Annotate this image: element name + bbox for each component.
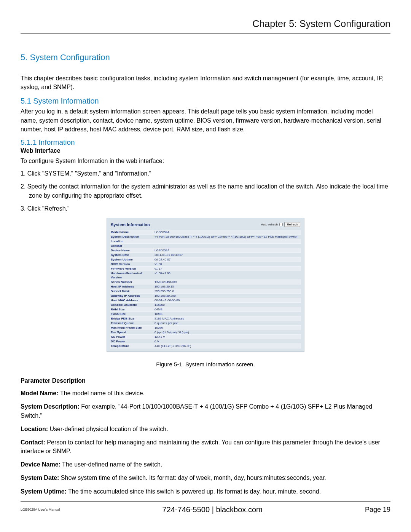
info-label: BIOS Version xyxy=(110,262,154,266)
parameter-item: System Uptime: The time accumulated sinc… xyxy=(21,487,390,496)
parameter-description: The time accumulated since this switch i… xyxy=(67,488,321,495)
info-value: 0d 02:40:07 xyxy=(154,257,301,262)
info-label: Console Baudrate xyxy=(110,303,154,307)
figure-caption: Figure 5-1. System Information screen. xyxy=(21,361,390,367)
parameter-item: Device Name: The user-defined name of th… xyxy=(21,460,390,469)
info-row: Hardware-Mechanical Versionv1.00-v1.00 xyxy=(110,271,301,280)
footer-separator: | xyxy=(210,505,216,514)
step-3: 3. Click "Refresh." xyxy=(21,204,390,213)
system-information-figure: System Information Auto-refresh Refresh … xyxy=(107,218,304,352)
info-row: Console Baudrate115200 xyxy=(110,303,301,307)
info-label: Host IP Address xyxy=(110,284,154,289)
footer-site: blackbox.com xyxy=(216,505,262,514)
info-row: Firmware Versionv1.17 xyxy=(110,267,301,271)
info-value: 2011-01-01 02:40:07 xyxy=(154,253,301,257)
info-row: Series NumberTIM0123456789 xyxy=(110,280,301,284)
info-row: Flash Size16MB xyxy=(110,312,301,316)
parameter-name: Contact: xyxy=(21,439,45,446)
info-label: Firmware Version xyxy=(110,267,154,271)
parameter-item: Model Name: The model name of this devic… xyxy=(21,389,390,398)
parameter-description: Person to contact for help managing and … xyxy=(21,439,380,454)
section-heading-5: 5. System Configuration xyxy=(21,53,390,62)
parameter-name: Model Name: xyxy=(21,390,59,396)
parameter-name: System Date: xyxy=(21,474,59,481)
info-label: Temperature xyxy=(110,344,154,348)
section-heading-5-1: 5.1 System Information xyxy=(21,97,390,105)
parameter-description: User-defined physical location of the sw… xyxy=(48,426,168,432)
info-label: Hardware-Mechanical Version xyxy=(110,271,154,280)
info-row: Location xyxy=(110,239,301,244)
parameter-item: Contact: Person to contact for help mana… xyxy=(21,438,390,455)
parameter-name: Device Name: xyxy=(21,461,61,468)
footer-page-number: Page 19 xyxy=(365,506,390,514)
section-5-1-paragraph: After you log in, a default system infor… xyxy=(21,107,390,134)
info-label: Model Name xyxy=(110,230,154,234)
info-row: DC Power0 V xyxy=(110,339,301,344)
parameter-name: System Description: xyxy=(21,403,80,410)
info-label: System Uptime xyxy=(110,257,154,262)
info-value: 64MB xyxy=(154,307,301,312)
info-value: 00-01-c1-00-00-00 xyxy=(154,298,301,302)
info-row: System Description44-Port 10/100/1000Bas… xyxy=(110,235,301,239)
info-value: 192.168.20.250 xyxy=(154,294,301,298)
footer-manual-name: LGB5028A User's Manual xyxy=(21,508,60,511)
info-row: Gateway IP Address192.168.20.250 xyxy=(110,294,301,298)
info-value: 8192 MAC Addresses xyxy=(154,316,301,321)
info-label: Maximum Frame Size xyxy=(110,326,154,330)
section-heading-5-1-1: 5.1.1 Information xyxy=(21,138,390,147)
info-value: 44-Port 10/100/1000Base-T + 4 (100/1G) S… xyxy=(154,235,301,239)
info-label: Contact xyxy=(110,244,154,248)
info-row: BIOS Versionv1.00 xyxy=(110,262,301,267)
info-label: System Date xyxy=(110,253,154,257)
info-row: Subnet Mask255.255.255.0 xyxy=(110,289,301,294)
info-label: Transmit Queue xyxy=(110,321,154,325)
info-value: 115200 xyxy=(154,303,301,307)
info-label: Bridge FDB Size xyxy=(110,316,154,321)
web-interface-heading: Web Interface xyxy=(21,147,390,154)
info-label: Location xyxy=(110,239,154,243)
info-value: 0 V xyxy=(154,339,301,343)
step-2: 2. Specify the contact information for t… xyxy=(21,182,390,200)
info-row: Temperature44C (111.2F) / 36C (96.8F) xyxy=(110,344,301,348)
info-value: 255.255.255.0 xyxy=(154,289,301,293)
info-value xyxy=(154,239,301,243)
info-row: Host MAC Address00-01-c1-00-00-00 xyxy=(110,298,301,303)
footer-contact: 724-746-5500 | blackbox.com xyxy=(60,505,365,514)
parameter-name: System Uptime: xyxy=(21,488,67,495)
intro-paragraph: This chapter describes basic configurati… xyxy=(21,74,390,91)
parameter-description: The user-defined name of the switch. xyxy=(61,461,162,468)
info-label: RAM Size xyxy=(110,307,154,312)
info-value: 12.41 V xyxy=(154,335,301,339)
info-row: AC Power12.41 V xyxy=(110,335,301,339)
info-label: System Description xyxy=(110,235,154,239)
info-label: DC Power xyxy=(110,339,154,343)
info-label: Series Number xyxy=(110,280,154,284)
info-value: 0 (rpm) / 0 (rpm) / 0 (rpm) xyxy=(154,330,301,334)
parameter-item: Location: User-defined physical location… xyxy=(21,425,390,433)
info-label: Subnet Mask xyxy=(110,289,154,293)
info-label: Gateway IP Address xyxy=(110,294,154,298)
info-value: 44C (111.2F) / 36C (96.8F) xyxy=(154,344,301,348)
info-label: Flash Size xyxy=(110,312,154,316)
info-row: Maximum Frame Size10056 xyxy=(110,326,301,330)
info-row: Host IP Address192.168.20.15 xyxy=(110,284,301,289)
info-value: v1.00 xyxy=(154,262,301,266)
info-row: Fan Speed0 (rpm) / 0 (rpm) / 0 (rpm) xyxy=(110,330,301,335)
parameter-item: System Description: For example, "44-Por… xyxy=(21,402,390,420)
info-value xyxy=(154,244,301,248)
info-value: v1.17 xyxy=(154,267,301,271)
info-value: LGB5052A xyxy=(154,230,301,234)
info-label: Device Name xyxy=(110,248,154,252)
parameter-description: The model name of this device. xyxy=(59,390,145,396)
info-row: Contact xyxy=(110,244,301,248)
web-interface-intro: To configure System Information in the w… xyxy=(21,157,390,165)
info-value: LGB5052A xyxy=(154,248,301,252)
auto-refresh-checkbox[interactable] xyxy=(279,223,283,226)
step-1: 1. Click "SYSTEM," "System," and "Inform… xyxy=(21,169,390,178)
parameter-item: System Date: Show system time of the swi… xyxy=(21,473,390,482)
chapter-header: Chapter 5: System Configuration xyxy=(21,18,390,34)
refresh-button[interactable]: Refresh xyxy=(284,222,300,227)
info-row: Model NameLGB5052A xyxy=(110,230,301,235)
parameter-description-heading: Parameter Description xyxy=(21,377,390,384)
info-value: 10056 xyxy=(154,326,301,330)
